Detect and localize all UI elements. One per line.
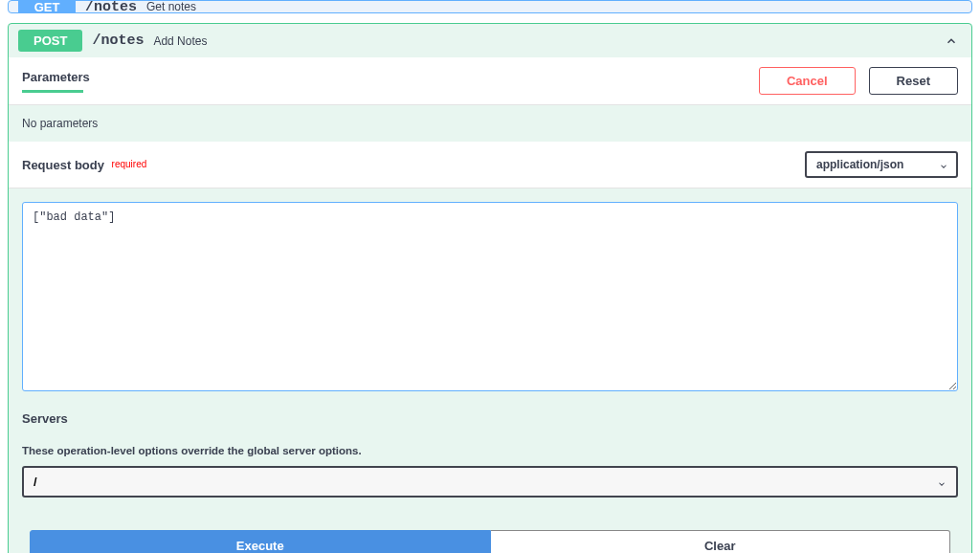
tab-underline	[22, 90, 83, 93]
endpoint-summary: Get notes	[146, 0, 196, 13]
get-notes-panel[interactable]: GET /notes Get notes	[8, 0, 972, 13]
endpoint-summary: Add Notes	[153, 34, 207, 48]
request-body-area	[9, 188, 971, 408]
request-body-input[interactable]	[22, 202, 958, 391]
reset-button[interactable]: Reset	[869, 67, 958, 95]
parameters-title: Parameters	[22, 70, 90, 84]
method-badge-get: GET	[18, 0, 76, 13]
content-type-select[interactable]: application/json	[805, 151, 958, 178]
execute-button[interactable]: Execute	[30, 530, 491, 553]
servers-description: These operation-level options override t…	[22, 445, 958, 456]
required-label: required	[112, 159, 147, 169]
endpoint-path: /notes	[85, 0, 137, 13]
content-type-select-wrap: application/json	[805, 151, 958, 178]
post-notes-panel: POST /notes Add Notes Parameters Cancel …	[8, 23, 972, 553]
parameters-header: Parameters Cancel Reset	[9, 57, 971, 105]
request-body-header: Request body required application/json	[9, 142, 971, 188]
request-body-title: Request body	[22, 158, 104, 172]
servers-select[interactable]: /	[22, 466, 958, 498]
servers-select-wrap: /	[22, 466, 958, 498]
chevron-up-icon	[945, 34, 958, 48]
cancel-button[interactable]: Cancel	[759, 67, 856, 95]
action-buttons: Execute Clear	[9, 507, 971, 553]
servers-title: Servers	[22, 411, 958, 426]
method-badge-post: POST	[18, 30, 82, 52]
parameter-buttons: Cancel Reset	[759, 67, 958, 95]
servers-section: Servers These operation-level options ov…	[9, 408, 971, 507]
no-parameters-text: No parameters	[9, 105, 971, 142]
clear-button[interactable]: Clear	[491, 530, 951, 553]
endpoint-path: /notes	[92, 33, 144, 49]
post-panel-header[interactable]: POST /notes Add Notes	[9, 24, 971, 57]
